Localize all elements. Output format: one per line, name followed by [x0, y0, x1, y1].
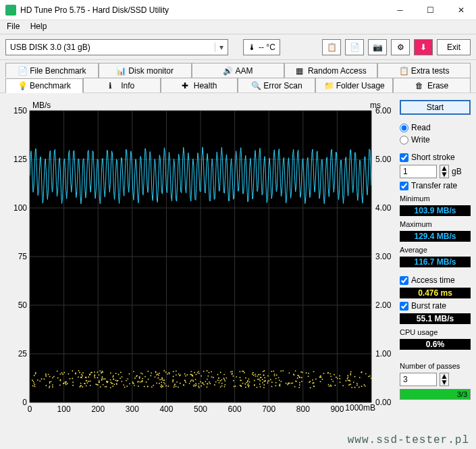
burst-rate-checkbox[interactable]: Burst rate	[400, 301, 471, 311]
svg-point-239	[106, 386, 107, 388]
svg-point-366	[126, 386, 128, 387]
short-stroke-spinner[interactable]: ▲▼ gB	[400, 165, 471, 178]
tab-aam[interactable]: 🔊AAM	[192, 63, 285, 78]
svg-point-306	[167, 373, 168, 375]
max-value: 129.4 MB/s	[400, 231, 471, 242]
write-radio[interactable]: Write	[400, 135, 471, 144]
svg-point-430	[295, 381, 296, 382]
svg-text:4.00: 4.00	[375, 203, 392, 213]
svg-point-246	[190, 374, 191, 375]
tab-folder-usage[interactable]: 📁Folder Usage	[315, 78, 393, 93]
tab-error-scan[interactable]: 🔍Error Scan	[238, 78, 315, 93]
menubar: File Help	[0, 20, 476, 34]
svg-point-334	[101, 377, 103, 379]
short-stroke-input[interactable]	[400, 165, 437, 178]
svg-point-57	[245, 377, 246, 379]
svg-point-513	[217, 374, 219, 375]
options-button[interactable]: ⚙	[391, 39, 410, 55]
svg-text:75: 75	[18, 252, 28, 261]
window-title: HD Tune Pro 5.75 - Hard Disk/SSD Utility	[20, 5, 385, 15]
svg-text:6.00: 6.00	[375, 106, 392, 115]
svg-point-363	[174, 386, 175, 388]
svg-point-77	[63, 372, 65, 373]
svg-point-319	[163, 379, 164, 381]
copy-screenshot-button[interactable]: 📄	[345, 39, 364, 55]
svg-point-421	[126, 380, 127, 381]
tab-extra-tests[interactable]: 📋Extra tests	[377, 63, 471, 78]
maximize-button[interactable]: ☐	[415, 0, 446, 20]
svg-point-422	[90, 372, 92, 373]
svg-text:1.00: 1.00	[375, 349, 392, 359]
svg-point-393	[35, 373, 36, 375]
svg-point-213	[45, 375, 47, 377]
svg-point-406	[159, 383, 160, 384]
svg-point-245	[75, 373, 76, 374]
svg-point-489	[142, 380, 143, 381]
svg-point-172	[59, 380, 61, 381]
svg-point-427	[323, 373, 325, 374]
svg-point-247	[86, 377, 87, 379]
svg-point-198	[199, 387, 200, 388]
svg-text:0: 0	[22, 398, 27, 407]
svg-point-61	[223, 377, 224, 379]
svg-text:150: 150	[14, 106, 27, 115]
svg-point-417	[144, 386, 145, 388]
svg-point-255	[34, 384, 35, 386]
screenshot-button[interactable]: 📷	[368, 39, 387, 55]
passes-input[interactable]	[400, 373, 437, 386]
svg-point-238	[192, 379, 194, 381]
copy-info-button[interactable]: 📋	[322, 39, 341, 55]
speaker-icon: 🔊	[223, 66, 232, 76]
svg-point-474	[53, 376, 55, 377]
minimize-button[interactable]: ─	[385, 0, 415, 20]
svg-point-357	[249, 381, 250, 383]
svg-point-509	[365, 373, 367, 375]
start-button[interactable]: Start	[400, 100, 471, 115]
exit-button[interactable]: Exit	[437, 39, 471, 55]
tab-disk-monitor[interactable]: 📊Disk monitor	[99, 63, 192, 78]
svg-point-240	[195, 379, 196, 380]
svg-point-176	[347, 377, 348, 378]
transfer-rate-checkbox[interactable]: Transfer rate	[400, 181, 471, 190]
save-button[interactable]: ⬇	[414, 39, 433, 55]
short-stroke-checkbox[interactable]: Short stroke	[400, 153, 471, 162]
svg-point-451	[167, 386, 169, 387]
svg-point-249	[312, 383, 313, 384]
svg-point-271	[86, 385, 87, 386]
tab-random-access[interactable]: ▦Random Access	[284, 63, 377, 78]
menu-file[interactable]: File	[3, 20, 24, 32]
close-button[interactable]: ✕	[446, 0, 476, 20]
svg-point-384	[34, 375, 35, 376]
svg-point-367	[331, 379, 332, 380]
spinner-buttons[interactable]: ▲▼	[440, 165, 449, 178]
tab-benchmark[interactable]: 💡Benchmark	[5, 78, 83, 93]
svg-text:100: 100	[57, 404, 71, 414]
passes-spinner[interactable]: ▲▼	[400, 373, 471, 386]
cpu-value: 0.6%	[400, 339, 471, 350]
min-value: 103.9 MB/s	[400, 205, 471, 216]
svg-point-458	[144, 376, 146, 377]
svg-point-210	[178, 373, 180, 375]
menu-help[interactable]: Help	[26, 20, 51, 32]
svg-point-193	[219, 380, 221, 381]
tab-info[interactable]: ℹInfo	[83, 78, 161, 93]
svg-point-359	[161, 378, 163, 379]
svg-point-266	[207, 370, 208, 371]
tab-health[interactable]: ✚Health	[161, 78, 238, 93]
svg-point-60	[242, 383, 244, 384]
svg-point-125	[165, 371, 167, 373]
access-time-checkbox[interactable]: Access time	[400, 275, 471, 285]
tab-file-benchmark[interactable]: 📄File Benchmark	[5, 63, 99, 78]
svg-point-59	[52, 386, 53, 388]
drive-dropdown[interactable]: USB DISK 3.0 (31 gB) ▾	[5, 39, 228, 55]
svg-point-435	[207, 379, 208, 380]
svg-point-54	[132, 381, 134, 383]
svg-point-279	[267, 380, 269, 381]
svg-point-146	[123, 384, 124, 386]
svg-point-206	[354, 387, 356, 388]
spinner-buttons[interactable]: ▲▼	[440, 373, 449, 386]
tab-erase[interactable]: 🗑Erase	[393, 78, 471, 93]
read-radio[interactable]: Read	[400, 123, 471, 132]
svg-point-447	[220, 386, 221, 388]
svg-point-408	[371, 377, 372, 379]
